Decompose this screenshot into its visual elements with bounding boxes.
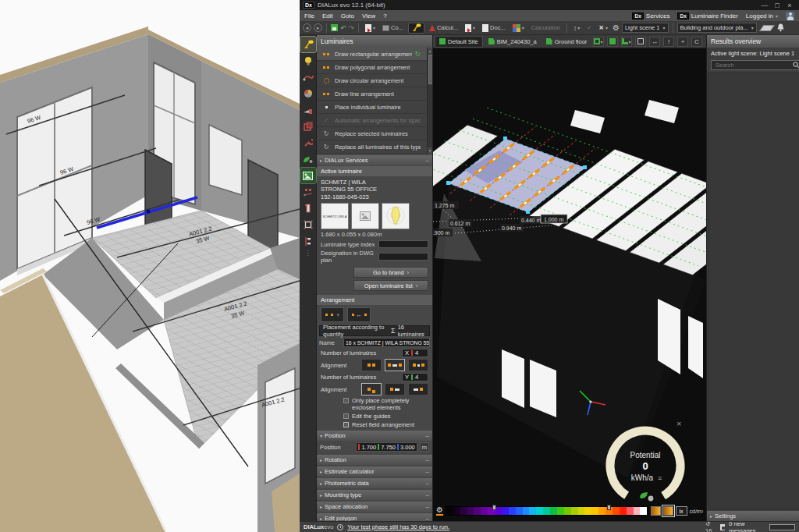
scroll-up-arrow[interactable]: ▴ [428,48,432,54]
view-orientation-button[interactable]: ▾ [593,37,604,47]
option-enclosed[interactable]: Only place completely enclosed elements [317,396,432,412]
tool-item[interactable]: Draw polygonal arrangement [317,61,427,74]
title-bar[interactable]: Dx DIALux evo 12.1 (64-bit) — □ × [300,0,799,10]
surface-tool-button[interactable] [759,23,775,34]
count-y-input[interactable]: Y4 [402,373,428,381]
align-y-center-button[interactable] [385,383,405,395]
menu-help[interactable]: ? [383,12,386,20]
reset-icon[interactable] [343,422,349,427]
checkbox[interactable] [343,413,349,419]
forward-button[interactable]: ▸ [314,23,322,32]
tool-item[interactable]: ↻Replace all luminaires of this type [317,140,427,154]
option-edit-guides[interactable]: Edit the guides [317,412,432,420]
photometric-curve-thumbnail[interactable] [382,203,410,229]
section-estimate-calculator[interactable]: ▸Estimate calculator– [317,466,432,477]
results-search[interactable] [711,60,799,70]
swatch-button-selected[interactable] [663,506,673,516]
3d-viewport[interactable]: 1.275 m 4.900 m 0.612 m 0.940 m 0.440 m … [433,48,706,521]
open-luminaire-list-button[interactable]: Open luminaire list› [353,280,428,291]
save-status-icon[interactable] [720,524,726,530]
energy-pie-icon[interactable] [300,86,316,101]
results-list-area[interactable] [708,73,799,509]
spaces-mode-icon[interactable] [300,119,316,134]
scale-handle-high[interactable] [607,505,611,510]
dwg-input[interactable] [378,253,428,261]
dots-mode-icon[interactable] [300,184,316,200]
tools-scrollbar[interactable]: ▴ ▾ [427,48,432,154]
rotate-view-button[interactable]: C [691,37,702,47]
tool-item[interactable]: ↻Replace selected luminaires [317,127,427,140]
tools-wrench-icon[interactable] [300,135,316,151]
light-scene-select[interactable]: Light scene 1▾ [622,23,669,33]
logged-in-menu[interactable]: Logged in▾ [746,12,778,20]
cad-model-view[interactable]: 96 W 96 W 96 W A001 2.2 35 W A001 2.2 35… [0,0,300,532]
measure-button[interactable]: ↔ [649,37,660,47]
brand-logo-thumbnail[interactable]: SCHMITZ | WILA [321,203,349,229]
tab-ground-floor[interactable]: Ground floor [542,36,591,48]
overlay-close-icon[interactable]: × [676,419,681,428]
align-y-spread-button[interactable] [408,383,428,395]
align-x-spread-button[interactable] [408,359,428,371]
placement-by-quantity[interactable]: Placement according to quantity Σ 16 lum… [319,325,430,336]
option-reset-field[interactable]: Reset field arrangement [317,420,432,429]
undo-button[interactable]: ↶ [340,24,346,32]
align-y-start-button[interactable] [361,383,382,395]
view-slider-button[interactable]: ↕▾ [571,23,583,34]
annotation-button[interactable]: ! [663,37,674,47]
hierarchy-mode-icon[interactable] [300,233,316,249]
swatch-button[interactable] [651,506,661,516]
gauge-menu-icon[interactable]: ≡ [658,474,662,482]
section-edit-polygon[interactable]: ▸Edit polygon– [317,513,432,521]
notifications-bell-icon[interactable] [777,23,784,32]
column-mode-icon[interactable] [300,200,316,216]
go-to-brand-button[interactable]: Go to brand› [353,267,428,278]
minimize-button[interactable]: — [758,2,771,9]
construction-tool-button[interactable]: ▾ [363,23,378,34]
documentation-button[interactable]: Doc... [480,23,508,34]
floodlight-mode-icon[interactable] [300,102,316,118]
tool-item[interactable]: ⁄Automatic arrangements for spaces [317,114,427,127]
confirm-button[interactable]: ✓ [584,23,594,34]
project-mode-select[interactable]: Building and outdoor pla...▾ [677,23,757,33]
tool-item[interactable]: Draw circular arrangement [317,74,427,87]
maximize-button[interactable]: □ [771,2,783,9]
selection-mode-icon[interactable] [300,217,316,232]
tab-bim-model[interactable]: BIM_240430_a [485,36,541,48]
export-button[interactable]: ▾ [463,23,478,34]
display-mode-button[interactable] [607,37,618,47]
overflow-dots[interactable]: ⋮ [305,250,311,257]
cancel-tool-button[interactable]: ✕▾ [597,23,610,34]
section-position[interactable]: ▾ Position – [317,431,432,441]
user-avatar[interactable] [786,12,794,20]
save-button[interactable] [331,24,338,31]
luminaire-finder-button[interactable]: Dx Luminaire Finder [677,12,737,20]
tool-item[interactable]: Place individual luminaire [317,101,427,114]
tab-default-site[interactable]: Default Site [435,36,483,48]
views-mode-icon[interactable] [300,168,316,183]
scroll-down-arrow[interactable]: ▾ [428,147,432,154]
sync-count[interactable]: ↺ 16 [705,520,716,532]
count-x-input[interactable]: X4 [402,349,428,357]
luminaires-mode-icon[interactable] [300,37,316,52]
messages-label[interactable]: 0 new messages [729,520,765,532]
section-dialux-services[interactable]: ▸ DIALux Services – [317,155,432,165]
lamp-bulb-mode-icon[interactable] [300,53,316,69]
section-space-allocation[interactable]: ▸Space allocation– [317,502,432,512]
position-input[interactable]: 1.700 7.750 3.000 [356,442,417,452]
calculation-objects-button[interactable]: Calcul... [427,23,460,34]
back-button[interactable]: ◂ [303,23,311,32]
tool-item[interactable]: Draw rectangular arrangement↻ [317,48,427,61]
arrangement-type-spacing-button[interactable]: ↔ [347,307,371,322]
section-photometric-data[interactable]: ▸Photometric data– [317,478,432,488]
scale-settings-gear-icon[interactable]: ⚙ [436,506,443,516]
menu-view[interactable]: View [362,12,375,20]
menu-file[interactable]: File [304,12,314,20]
position-unit[interactable]: m [420,442,429,452]
unit-cdm2-label[interactable]: cd/m² [690,509,704,514]
section-view-button[interactable]: ▾ [621,37,632,47]
tool-item[interactable]: Draw line arrangement [317,87,427,101]
align-x-start-button[interactable] [361,359,382,371]
zoom-fit-button[interactable] [635,37,646,47]
menu-goto[interactable]: Goto [341,12,354,20]
section-rotation[interactable]: ▸Rotation– [317,455,432,465]
